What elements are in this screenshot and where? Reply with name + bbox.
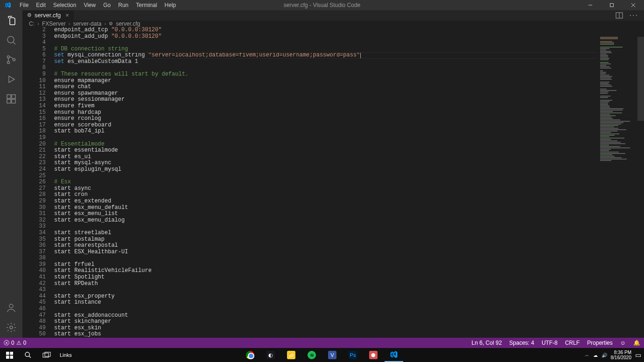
close-button[interactable] [623, 0, 644, 10]
menu-view[interactable]: View [80, 2, 99, 8]
run-debug-icon[interactable] [6, 74, 17, 85]
code-line[interactable]: start ESX_Healthbar-UI [54, 249, 644, 256]
code-line[interactable]: start esx_menu_dialog [54, 217, 644, 224]
breadcrumbs[interactable]: C:›FXServer›server-data›⚙server.cfg [22, 21, 644, 27]
taskbar-spotify-icon[interactable]: ≋ [302, 348, 321, 362]
code-line[interactable]: ensure hardcap [54, 110, 644, 116]
code-line[interactable]: esnure fivem [54, 103, 644, 110]
status-eol[interactable]: CRLF [561, 340, 583, 346]
code-line[interactable] [54, 223, 644, 230]
code-line[interactable]: start esx_addonaccount [54, 313, 644, 319]
vertical-scrollbar[interactable] [637, 37, 644, 338]
start-button[interactable] [0, 348, 19, 362]
taskbar-visio-icon[interactable]: V [323, 348, 342, 362]
search-icon[interactable] [6, 35, 17, 46]
menu-terminal[interactable]: Terminal [132, 2, 161, 8]
taskbar-steam-icon[interactable]: ◐ [261, 348, 280, 362]
menu-go[interactable]: Go [99, 2, 114, 8]
code-line[interactable]: start instance [54, 299, 644, 306]
taskbar-search-icon[interactable] [19, 348, 37, 362]
code-line[interactable]: set es_enableCustomData 1 [54, 59, 644, 65]
status-feedback-icon[interactable]: ☺ [616, 340, 630, 346]
breadcrumb-segment[interactable]: FXServer [42, 21, 66, 27]
accounts-icon[interactable] [6, 302, 17, 313]
scroll-thumb[interactable] [637, 37, 644, 121]
breadcrumb-segment[interactable]: server.cfg [116, 21, 140, 27]
code-line[interactable]: ensure sessionmanager [54, 97, 644, 103]
code-line[interactable]: start esx_property [54, 293, 644, 300]
code-line[interactable]: start RealisticVehicleFailure [54, 268, 644, 274]
code-line[interactable]: # These resources will start by default. [54, 71, 644, 78]
tray-onedrive-icon[interactable]: ☁ [593, 353, 598, 358]
code-line[interactable]: start mysql-async [54, 160, 644, 167]
code-line[interactable]: ensure spawnmanager [54, 90, 644, 97]
code-line[interactable]: ensure chat [54, 84, 644, 90]
code-line[interactable] [54, 65, 644, 71]
explorer-icon[interactable] [6, 15, 17, 26]
minimap[interactable] [597, 37, 637, 338]
code-line[interactable]: start RPDeath [54, 281, 644, 287]
taskbar-photoshop-icon[interactable]: Ps [343, 348, 362, 362]
extensions-icon[interactable] [6, 93, 17, 104]
code-line[interactable]: # Essentialmode [54, 141, 644, 148]
code-line[interactable] [54, 135, 644, 141]
code-line[interactable] [54, 306, 644, 313]
code-line[interactable]: # Esx [54, 179, 644, 186]
code-line[interactable]: ensure rconlog [54, 116, 644, 122]
status-problems[interactable]: ⓧ0 ⚠0 [0, 339, 30, 347]
split-editor-icon[interactable] [616, 12, 623, 19]
code-line[interactable]: start esplugin_mysql [54, 167, 644, 173]
settings-gear-icon[interactable] [6, 322, 17, 333]
code-line[interactable]: start esx_jobs [54, 331, 644, 338]
code-line[interactable]: start bob74_ipl [54, 128, 644, 135]
maximize-button[interactable] [601, 0, 623, 10]
code-line[interactable]: start esx_menu_list [54, 211, 644, 217]
code-line[interactable] [54, 40, 644, 46]
code-line[interactable]: endpoint_add_tcp "0.0.0.0:30120" [54, 27, 644, 34]
menu-selection[interactable]: Selection [49, 2, 80, 8]
source-control-icon[interactable] [6, 54, 17, 65]
code-line[interactable]: start streetlabel [54, 230, 644, 237]
menu-run[interactable]: Run [114, 2, 132, 8]
code-line[interactable]: start es_ui [54, 154, 644, 160]
menu-help[interactable]: Help [161, 2, 180, 8]
tray-notifications-icon[interactable]: ▭ [635, 351, 641, 359]
code-line[interactable] [54, 255, 644, 262]
taskbar-links[interactable]: Links [56, 352, 76, 358]
code-line[interactable]: start es_extended [54, 198, 644, 205]
code-editor[interactable]: 2345678910111213141516171819202122232425… [22, 27, 644, 338]
code-lines[interactable]: endpoint_add_tcp "0.0.0.0:30120"endpoint… [54, 27, 644, 338]
code-line[interactable]: ensure mapmanager [54, 78, 644, 84]
more-actions-icon[interactable]: ··· [630, 11, 638, 20]
menu-edit[interactable]: Edit [32, 2, 49, 8]
code-line[interactable]: start esx_skin [54, 325, 644, 332]
status-language[interactable]: Properties [583, 340, 616, 346]
code-line[interactable]: start nearestpostal [54, 243, 644, 249]
code-line[interactable]: endpoint_add_udp "0.0.0.0:30120" [54, 34, 644, 40]
breadcrumb-segment[interactable]: server-data [73, 21, 102, 27]
taskbar-app-icon[interactable]: ⬢ [364, 348, 383, 362]
taskbar-explorer-icon[interactable]: 📁 [282, 348, 301, 362]
tray-volume-icon[interactable]: 🔊 [602, 353, 607, 358]
code-line[interactable]: start essentialmode [54, 147, 644, 154]
breadcrumb-segment[interactable]: C: [29, 21, 35, 27]
code-line[interactable]: start postalmap [54, 237, 644, 243]
menu-file[interactable]: File [16, 2, 32, 8]
code-line[interactable]: start async [54, 186, 644, 192]
code-line[interactable]: ensure scoreboard [54, 122, 644, 129]
code-line[interactable] [54, 287, 644, 293]
code-line[interactable]: start frfuel [54, 262, 644, 268]
taskbar-chrome-icon[interactable] [241, 348, 259, 362]
code-line[interactable]: start esx_menu_default [54, 205, 644, 211]
tray-clock[interactable]: 8:36 PM 8/16/2020 [611, 350, 632, 360]
code-line[interactable]: start cron [54, 192, 644, 198]
code-line[interactable]: # DB connection string [54, 46, 644, 53]
minimize-button[interactable] [580, 0, 601, 10]
status-bell-icon[interactable]: 🔔 [630, 340, 644, 346]
code-line[interactable]: start skinchanger [54, 319, 644, 325]
status-lncol[interactable]: Ln 6, Col 92 [468, 340, 506, 346]
status-encoding[interactable]: UTF-8 [538, 340, 561, 346]
code-line[interactable] [54, 173, 644, 180]
tab-close-icon[interactable]: × [65, 12, 69, 19]
status-spaces[interactable]: Spaces: 4 [505, 340, 538, 346]
